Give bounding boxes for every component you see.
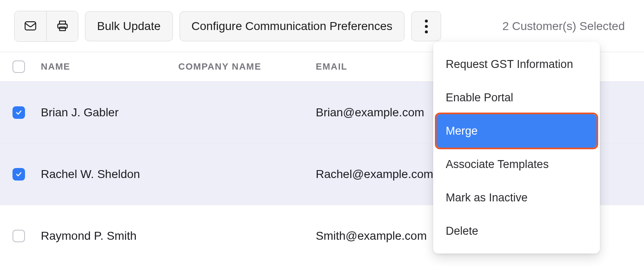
row-checkbox[interactable] <box>12 230 25 242</box>
menu-item-mark-inactive[interactable]: Mark as Inactive <box>433 181 600 214</box>
configure-communication-preferences-button[interactable]: Configure Communication Preferences <box>180 11 404 41</box>
more-actions-menu: Request GST Information Enable Portal Me… <box>433 42 600 253</box>
column-header-company[interactable]: Company Name <box>178 61 316 72</box>
icon-button-group <box>14 11 78 42</box>
cell-name: Brian J. Gabler <box>41 106 178 119</box>
bulk-update-button[interactable]: Bulk Update <box>85 11 173 41</box>
cell-name: Rachel W. Sheldon <box>41 168 178 181</box>
menu-item-delete[interactable]: Delete <box>433 214 600 248</box>
menu-item-request-gst[interactable]: Request GST Information <box>433 48 600 81</box>
printer-icon <box>55 19 70 34</box>
mail-icon <box>23 19 37 34</box>
more-actions-button[interactable] <box>411 11 441 41</box>
more-vertical-icon <box>425 20 428 33</box>
email-button[interactable] <box>15 11 46 41</box>
row-checkbox[interactable] <box>12 106 25 119</box>
selection-count-text: 2 Customer(s) Selected <box>502 20 625 33</box>
column-header-name[interactable]: Name <box>41 61 178 72</box>
svg-rect-2 <box>59 27 65 30</box>
svg-rect-0 <box>25 22 36 30</box>
select-all-checkbox[interactable] <box>12 60 25 73</box>
row-checkbox[interactable] <box>12 168 25 181</box>
cell-name: Raymond P. Smith <box>41 229 178 243</box>
print-button[interactable] <box>46 11 78 41</box>
menu-item-merge[interactable]: Merge <box>437 114 597 148</box>
menu-item-enable-portal[interactable]: Enable Portal <box>433 81 600 114</box>
menu-item-associate-templates[interactable]: Associate Templates <box>433 148 600 181</box>
